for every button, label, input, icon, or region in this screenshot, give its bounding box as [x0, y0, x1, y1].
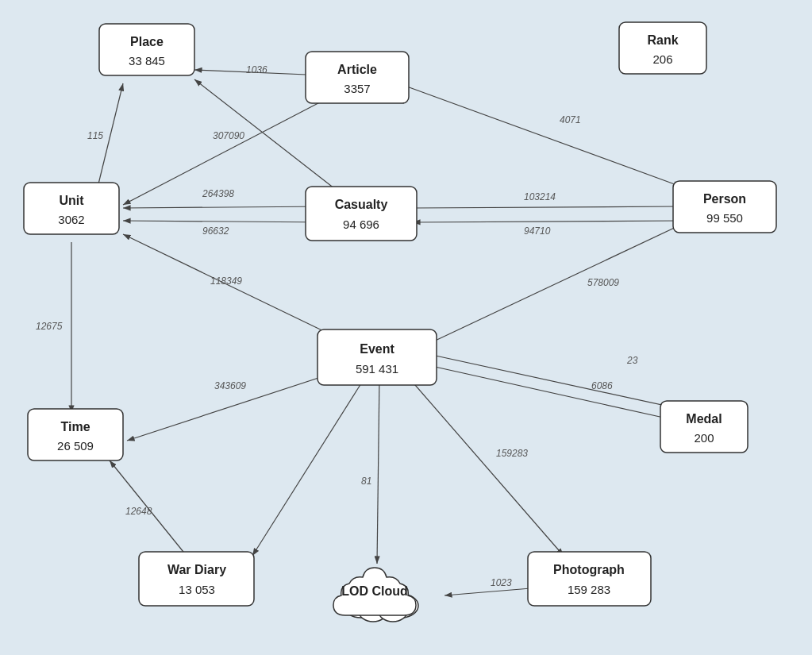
node-article: Article 3357	[306, 52, 409, 103]
svg-rect-8	[673, 181, 776, 233]
edge-label-wardiary-time: 12648	[125, 506, 152, 517]
svg-rect-18	[528, 552, 651, 606]
node-photograph: Photograph 159 283	[528, 552, 651, 606]
unit-value: 3062	[58, 213, 84, 226]
svg-rect-10	[28, 409, 123, 460]
casualty-label: Casualty	[335, 198, 388, 211]
diagram: 1036 307090 115 264398 96632 4071 103214…	[0, 0, 812, 655]
node-place: Place 33 845	[99, 24, 194, 75]
svg-rect-12	[139, 552, 254, 606]
person-label: Person	[703, 192, 746, 206]
edge-label-casualty-unit-264: 264398	[202, 188, 234, 199]
node-rank: Rank 206	[619, 22, 706, 74]
place-value: 33 845	[129, 54, 165, 67]
edge-label-event-photograph: 159283	[496, 448, 528, 459]
node-time: Time 26 509	[28, 409, 123, 460]
edge-label-article-unit: 307090	[213, 130, 244, 141]
node-medal: Medal 200	[660, 401, 748, 453]
edge-label-unit-place: 115	[87, 130, 103, 141]
lodcloud-label: LOD Cloud	[341, 584, 408, 598]
svg-rect-7	[306, 187, 417, 241]
node-unit: Unit 3062	[24, 183, 119, 234]
svg-rect-11	[660, 401, 748, 453]
time-label: Time	[60, 420, 90, 433]
edge-label-event-medal-6086: 6086	[591, 380, 613, 391]
node-casualty: Casualty 94 696	[306, 187, 417, 241]
edge-label-article-place: 1036	[246, 64, 267, 75]
photograph-value: 159 283	[568, 583, 610, 596]
edge-label-event-lod: 81	[361, 476, 371, 487]
edge-label-event-person: 578009	[587, 277, 619, 288]
casualty-value: 94 696	[343, 218, 379, 231]
edge-label-unit-time: 12675	[36, 321, 63, 332]
wardiary-value: 13 053	[179, 583, 215, 596]
article-label: Article	[337, 63, 377, 76]
unit-label: Unit	[59, 194, 84, 207]
node-wardiary: War Diary 13 053	[139, 552, 254, 606]
article-value: 3357	[344, 82, 370, 95]
edge-label-person-casualty: 94710	[524, 225, 551, 237]
node-person: Person 99 550	[673, 181, 776, 233]
person-value: 99 550	[706, 211, 743, 225]
rank-label: Rank	[647, 33, 678, 47]
event-value: 591 431	[356, 362, 398, 376]
rank-value: 206	[652, 52, 672, 66]
svg-rect-6	[24, 183, 119, 234]
edge-label-article-person: 4071	[560, 114, 581, 125]
time-value: 26 509	[57, 439, 94, 453]
edge-label-photograph-lod: 1023	[491, 577, 512, 588]
svg-rect-5	[619, 22, 706, 74]
event-label: Event	[360, 342, 394, 356]
edge-label-event-time: 343609	[214, 380, 246, 391]
medal-value: 200	[694, 431, 714, 445]
svg-rect-4	[306, 52, 409, 103]
edge-label-casualty-person: 103214	[524, 191, 556, 202]
edge-label-event-unit: 118349	[210, 275, 242, 287]
svg-rect-3	[99, 24, 194, 75]
svg-rect-9	[317, 329, 437, 385]
wardiary-label: War Diary	[167, 563, 226, 576]
edge-label-event-medal-23: 23	[626, 355, 638, 366]
edge-label-casualty-unit-96: 96632	[202, 225, 229, 237]
place-label: Place	[130, 35, 164, 48]
photograph-label: Photograph	[553, 563, 625, 576]
node-event: Event 591 431	[317, 329, 437, 385]
medal-label: Medal	[686, 412, 722, 426]
